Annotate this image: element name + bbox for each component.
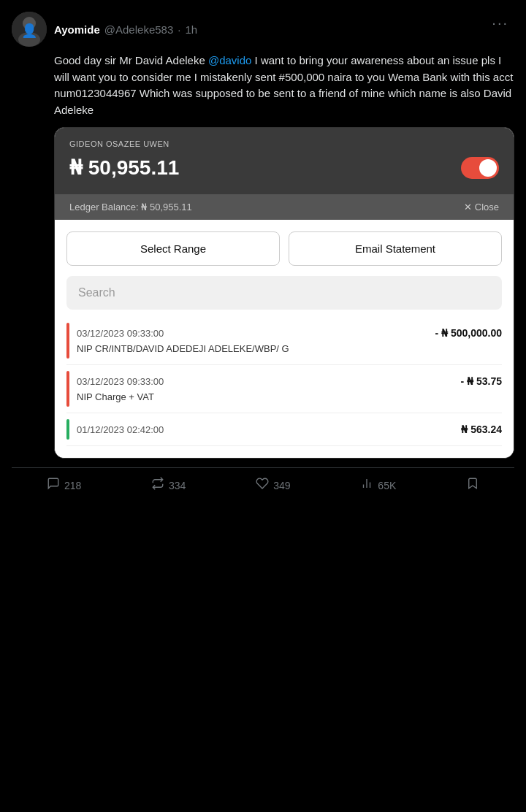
- comment-count: 218: [64, 480, 81, 491]
- bank-balance-row: ₦ 50,955.11: [69, 156, 499, 180]
- close-label: Close: [475, 202, 499, 212]
- avatar[interactable]: 👤: [12, 12, 47, 47]
- transaction-row: 03/12/2023 09:33:00 - ₦ 53.75: [77, 375, 502, 387]
- tweet-header-left: 👤 Ayomide @Adeleke583 · 1h: [12, 12, 197, 47]
- tweet-text: Good day sir Mr David Adeleke @davido I …: [54, 53, 514, 118]
- transaction-description: NIP CR/INTB/DAVID ADEDEJI ADELEKE/WBP/ G: [77, 343, 502, 354]
- user-name-row: Ayomide @Adeleke583 · 1h: [54, 23, 197, 36]
- like-action[interactable]: 349: [256, 477, 290, 494]
- bank-card-top: GIDEON OSAZEE UWEN ₦ 50,955.11: [55, 128, 514, 194]
- close-button[interactable]: ✕ Close: [464, 202, 499, 212]
- bank-balance: ₦ 50,955.11: [69, 156, 179, 180]
- transaction-row: 03/12/2023 09:33:00 - ₦ 500,000.00: [77, 327, 502, 339]
- user-name[interactable]: Ayomide: [54, 23, 100, 36]
- transaction-description: NIP Charge + VAT: [77, 391, 502, 402]
- tweet-text-before-mention: Good day sir Mr David Adeleke: [54, 54, 208, 66]
- avatar-image: 👤: [12, 12, 47, 47]
- tweet-header: 👤 Ayomide @Adeleke583 · 1h ···: [12, 12, 514, 47]
- comment-action[interactable]: 218: [47, 477, 81, 494]
- bookmark-action[interactable]: [466, 477, 479, 494]
- bank-embed: GIDEON OSAZEE UWEN ₦ 50,955.11 Ledger Ba…: [54, 127, 514, 459]
- ledger-amount: ₦ 50,955.11: [141, 202, 191, 212]
- views-count: 65K: [378, 480, 396, 491]
- close-x-icon: ✕: [464, 202, 472, 212]
- user-info: Ayomide @Adeleke583 · 1h: [54, 23, 197, 36]
- transaction-date: 01/12/2023 02:42:00: [77, 424, 164, 435]
- bank-account-name: GIDEON OSAZEE UWEN: [69, 139, 499, 148]
- transaction-list: 03/12/2023 09:33:00 - ₦ 500,000.00 NIP C…: [66, 317, 502, 446]
- transaction-amount: - ₦ 53.75: [461, 375, 502, 387]
- bookmark-icon: [466, 477, 479, 494]
- ledger-bar: Ledger Balance: ₦ 50,955.11 ✕ Close: [55, 194, 514, 220]
- transaction-amount: ₦ 563.24: [461, 424, 502, 435]
- transaction-item[interactable]: 03/12/2023 09:33:00 - ₦ 500,000.00 NIP C…: [66, 317, 502, 365]
- views-action[interactable]: 65K: [360, 477, 396, 494]
- like-icon: [256, 477, 269, 494]
- like-count: 349: [273, 480, 290, 491]
- search-input[interactable]: Search: [66, 276, 502, 310]
- tweet-container: 👤 Ayomide @Adeleke583 · 1h ··· Good day …: [0, 0, 526, 502]
- email-statement-button[interactable]: Email Statement: [289, 231, 502, 266]
- transaction-item[interactable]: 01/12/2023 02:42:00 ₦ 563.24: [66, 413, 502, 446]
- transaction-row: 01/12/2023 02:42:00 ₦ 563.24: [77, 424, 502, 435]
- ledger-balance-text: Ledger Balance: ₦ 50,955.11: [69, 202, 192, 212]
- views-icon: [360, 477, 373, 494]
- transaction-date: 03/12/2023 09:33:00: [77, 328, 164, 339]
- action-buttons: Select Range Email Statement: [66, 231, 502, 266]
- retweet-icon: [151, 477, 164, 494]
- bank-content: Select Range Email Statement Search 03/1…: [55, 220, 514, 458]
- transaction-date: 03/12/2023 09:33:00: [77, 376, 164, 387]
- toggle-knob: [479, 159, 497, 177]
- transaction-item[interactable]: 03/12/2023 09:33:00 - ₦ 53.75 NIP Charge…: [66, 365, 502, 413]
- retweet-action[interactable]: 334: [151, 477, 186, 494]
- tweet-time: ·: [178, 23, 180, 36]
- search-placeholder: Search: [78, 286, 115, 299]
- retweet-count: 334: [169, 480, 186, 491]
- tweet-actions: 218 334 349: [12, 467, 514, 502]
- select-range-button[interactable]: Select Range: [66, 231, 280, 266]
- tweet-timestamp: 1h: [185, 23, 197, 36]
- more-options-button[interactable]: ···: [486, 12, 514, 34]
- comment-icon: [47, 477, 60, 494]
- toggle-switch[interactable]: [461, 157, 499, 179]
- svg-text:👤: 👤: [21, 23, 38, 39]
- ledger-label: Ledger Balance:: [69, 202, 139, 212]
- user-handle[interactable]: @Adeleke583: [104, 23, 173, 36]
- mention-davido[interactable]: @davido: [208, 54, 251, 66]
- transaction-amount: - ₦ 500,000.00: [435, 327, 502, 339]
